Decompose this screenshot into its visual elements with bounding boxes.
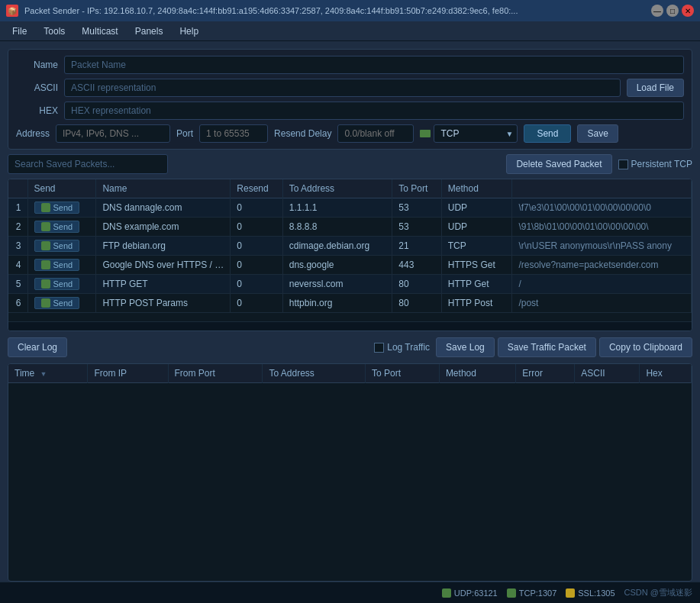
- row-to-address: 8.8.8.8: [282, 218, 392, 237]
- row-method: TCP: [441, 237, 512, 256]
- resend-input[interactable]: [337, 124, 414, 143]
- protocol-select[interactable]: TCP UDP SSL: [434, 124, 518, 143]
- send-icon: [41, 279, 50, 289]
- send-icon: [41, 222, 50, 231]
- hex-row: HEX: [16, 102, 684, 120]
- hex-input[interactable]: [64, 102, 684, 120]
- log-traffic-checkbox[interactable]: [374, 343, 384, 353]
- ssl-status-text: SSL:1305: [578, 588, 615, 598]
- row-resend: 0: [231, 256, 282, 275]
- address-input[interactable]: [56, 124, 170, 143]
- tcp-status: TCP:1307: [507, 588, 557, 598]
- minimize-button[interactable]: —: [651, 5, 663, 17]
- send-icon: [41, 260, 50, 269]
- tcp-status-dot: [507, 588, 516, 598]
- row-name: Google DNS over HTTPS / DoH: [96, 256, 231, 275]
- menu-help[interactable]: Help: [172, 24, 206, 39]
- row-to-address: 1.1.1.1: [282, 198, 392, 218]
- row-data: /resolve?name=packetsender.com: [512, 256, 692, 275]
- row-send-cell: Send: [27, 237, 96, 256]
- save-log-button[interactable]: Save Log: [436, 337, 495, 357]
- packets-h-scrollbar[interactable]: [8, 321, 692, 331]
- packets-table: Send Name Resend To Address To Port Meth…: [8, 179, 692, 313]
- main-content: Name ASCII Load File HEX Address Port Re…: [0, 41, 700, 582]
- maximize-button[interactable]: □: [666, 5, 679, 17]
- col-name: Name: [96, 179, 231, 198]
- col-resend: Resend: [231, 179, 282, 198]
- row-num: 1: [8, 198, 27, 218]
- name-label: Name: [16, 60, 58, 70]
- menu-multicast[interactable]: Multicast: [74, 24, 125, 39]
- send-icon: [41, 203, 50, 212]
- row-send-button[interactable]: Send: [34, 240, 80, 252]
- menu-panels[interactable]: Panels: [127, 24, 171, 39]
- save-traffic-packet-button[interactable]: Save Traffic Packet: [498, 337, 596, 357]
- name-input[interactable]: [64, 56, 684, 74]
- name-row: Name: [16, 56, 684, 74]
- protocol-wrapper: TCP UDP SSL ▼: [420, 124, 518, 143]
- menu-tools[interactable]: Tools: [36, 24, 73, 39]
- app-icon: 📦: [6, 5, 18, 17]
- ascii-input[interactable]: [64, 79, 621, 97]
- delete-saved-packet-button[interactable]: Delete Saved Packet: [506, 154, 611, 174]
- row-to-address: dns.google: [282, 256, 392, 275]
- log-col-from-ip: From IP: [88, 364, 168, 383]
- title-bar-controls: — □ ✕: [651, 5, 694, 17]
- row-name: DNS dannagle.com: [96, 198, 231, 218]
- log-traffic-section: Log Traffic Save Log Save Traffic Packet…: [374, 337, 692, 357]
- table-row: 1 Send DNS dannagle.com 0 1.1.1.1 53 UDP…: [8, 198, 692, 218]
- col-num: [8, 179, 27, 198]
- hex-label: HEX: [16, 105, 58, 116]
- network-icon: [420, 130, 431, 137]
- log-col-ascii: ASCII: [575, 364, 640, 383]
- ssl-status: SSL:1305: [566, 588, 615, 598]
- send-button[interactable]: Send: [524, 124, 571, 143]
- row-send-button[interactable]: Send: [34, 221, 80, 233]
- row-method: UDP: [441, 218, 512, 237]
- row-name: HTTP POST Params: [96, 294, 231, 313]
- log-traffic-label-text: Log Traffic: [387, 342, 430, 353]
- port-input[interactable]: [199, 124, 268, 143]
- row-method: HTTPS Get: [441, 256, 512, 275]
- load-file-button[interactable]: Load File: [627, 79, 684, 97]
- row-resend: 0: [231, 198, 282, 218]
- col-send: Send: [27, 179, 96, 198]
- send-icon: [41, 241, 50, 250]
- persistent-tcp-checkbox[interactable]: [618, 160, 628, 169]
- row-name: FTP debian.org: [96, 237, 231, 256]
- row-num: 3: [8, 237, 27, 256]
- log-col-from-port: From Port: [168, 364, 263, 383]
- filter-bar: Delete Saved Packet Persistent TCP: [8, 154, 692, 174]
- ascii-label: ASCII: [16, 82, 58, 93]
- row-resend: 0: [231, 237, 282, 256]
- status-bar: UDP:63121 TCP:1307 SSL:1305 CSDN @雪域迷影: [0, 582, 700, 603]
- log-col-hex: Hex: [640, 364, 692, 383]
- row-send-button[interactable]: Send: [34, 259, 80, 271]
- row-data: \f7\e3\01\00\00\01\00\00\00\00\0: [512, 198, 692, 218]
- row-send-cell: Send: [27, 198, 96, 218]
- log-table: Time ▼ From IP From Port To Address To P…: [8, 364, 692, 383]
- search-input[interactable]: [8, 154, 168, 174]
- log-col-error: Error: [516, 364, 575, 383]
- save-button[interactable]: Save: [577, 124, 618, 143]
- row-to-port: 443: [392, 256, 442, 275]
- log-toolbar: Clear Log Log Traffic Save Log Save Traf…: [8, 336, 692, 359]
- ssl-status-dot: [566, 588, 575, 598]
- time-sort-icon[interactable]: ▼: [40, 370, 47, 378]
- close-button[interactable]: ✕: [682, 5, 694, 17]
- clear-log-button[interactable]: Clear Log: [8, 337, 67, 357]
- row-num: 4: [8, 256, 27, 275]
- table-row: 3 Send FTP debian.org 0 cdimage.debian.o…: [8, 237, 692, 256]
- menu-file[interactable]: File: [5, 24, 34, 39]
- log-col-method: Method: [439, 364, 515, 383]
- address-label: Address: [16, 128, 50, 139]
- row-send-button[interactable]: Send: [34, 297, 80, 309]
- resend-label: Resend Delay: [274, 128, 331, 139]
- watermark-text: CSDN @雪域迷影: [624, 587, 692, 598]
- log-table-container: Time ▼ From IP From Port To Address To P…: [8, 363, 692, 582]
- row-send-button[interactable]: Send: [34, 278, 80, 290]
- udp-status: UDP:63121: [442, 588, 498, 598]
- row-num: 6: [8, 294, 27, 313]
- copy-clipboard-button[interactable]: Copy to Clipboard: [599, 337, 692, 357]
- row-send-button[interactable]: Send: [34, 202, 80, 214]
